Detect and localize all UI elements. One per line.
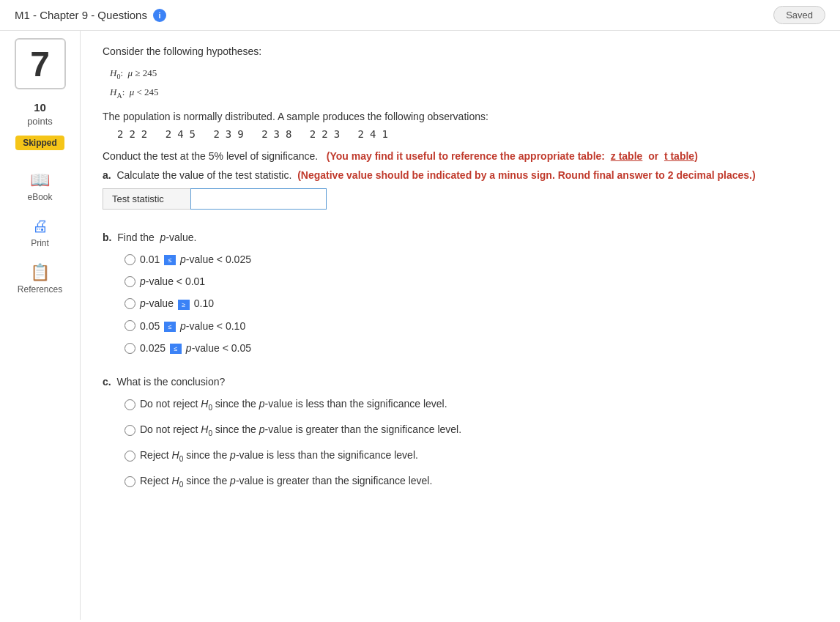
main-layout: 7 10 points Skipped 📖 eBook 🖨 Print 📋 Re… <box>0 31 840 620</box>
radio-item-c2[interactable]: Do not reject H0 since the p-value is gr… <box>124 423 818 437</box>
t-table-link[interactable]: t table <box>664 150 694 162</box>
points-label: 10 points <box>27 100 53 128</box>
ebook-icon: 📖 <box>30 171 50 190</box>
hypothesis-null: H0: μ ≥ 245 <box>110 64 818 84</box>
points-number: 10 <box>34 101 46 114</box>
radio-b1[interactable] <box>124 254 135 265</box>
top-bar: M1 - Chapter 9 - Questions i Saved <box>0 0 840 31</box>
pic-icon-b5: ≤ <box>170 344 182 354</box>
hypothesis-block: H0: μ ≥ 245 HA: μ < 245 <box>110 64 818 102</box>
sidebar: 7 10 points Skipped 📖 eBook 🖨 Print 📋 Re… <box>0 31 81 620</box>
ebook-label: eBook <box>27 192 52 202</box>
radio-item-b4[interactable]: 0.05 ≤ p-value < 0.10 <box>124 320 818 332</box>
top-bar-left: M1 - Chapter 9 - Questions i <box>15 9 166 22</box>
saved-button[interactable]: Saved <box>773 6 825 24</box>
radio-item-c1[interactable]: Do not reject H0 since the p-value is le… <box>124 398 818 412</box>
data-values: 222 245 239 238 223 241 <box>117 128 818 140</box>
section-b: b. Find the p-value. 0.01 ≤ p-value < 0.… <box>103 232 818 354</box>
skipped-badge: Skipped <box>15 136 64 150</box>
conduct-line: Conduct the test at the 5% level of sign… <box>103 150 818 162</box>
instruction-a: a. Calculate the value of the test stati… <box>103 169 818 181</box>
radio-b2[interactable] <box>124 276 135 287</box>
radio-item-b2[interactable]: p-value < 0.01 <box>124 275 818 287</box>
radio-item-b3[interactable]: p-value ≥ 0.10 <box>124 297 818 309</box>
part-c-label: c. What is the conclusion? <box>103 376 818 388</box>
sidebar-item-ebook[interactable]: 📖 eBook <box>7 165 73 208</box>
print-label: Print <box>31 238 49 248</box>
radio-b4[interactable] <box>124 320 135 331</box>
part-a-note: (Negative value should be indicated by a… <box>297 169 755 181</box>
points-text: points <box>27 116 53 127</box>
info-icon[interactable]: i <box>153 9 166 22</box>
population-text: The population is normally distributed. … <box>103 111 818 122</box>
part-a-label: a. <box>103 169 111 181</box>
references-icon: 📋 <box>30 263 50 282</box>
question-number-box: 7 <box>15 38 66 89</box>
radio-group-c: Do not reject H0 since the p-value is le… <box>124 398 818 488</box>
radio-item-c4[interactable]: Reject H0 since the p-value is greater t… <box>124 475 818 489</box>
table-reference-text: (You may find it useful to reference the… <box>324 150 698 162</box>
pic-icon-b3: ≥ <box>178 300 190 310</box>
pic-icon-b1: ≤ <box>164 255 176 265</box>
test-statistic-label: Test statistic <box>103 188 190 210</box>
radio-item-c3[interactable]: Reject H0 since the p-value is less than… <box>124 449 818 463</box>
sidebar-item-references[interactable]: 📋 References <box>7 257 73 300</box>
section-c: c. What is the conclusion? Do not reject… <box>103 376 818 488</box>
sidebar-nav: 📖 eBook 🖨 Print 📋 References <box>0 165 80 300</box>
radio-c4[interactable] <box>124 476 135 487</box>
radio-b5[interactable] <box>124 343 135 354</box>
z-table-link[interactable]: z table <box>611 150 643 162</box>
test-statistic-row: Test statistic <box>103 188 818 210</box>
sidebar-item-print[interactable]: 🖨 Print <box>7 211 73 254</box>
page-title: M1 - Chapter 9 - Questions <box>15 9 147 21</box>
radio-item-b5[interactable]: 0.025 ≤ p-value < 0.05 <box>124 342 818 354</box>
content-area: Consider the following hypotheses: H0: μ… <box>81 31 840 620</box>
radio-item-b1[interactable]: 0.01 ≤ p-value < 0.025 <box>124 253 818 265</box>
radio-c2[interactable] <box>124 425 135 436</box>
radio-c1[interactable] <box>124 399 135 410</box>
pic-icon-b4: ≤ <box>164 322 176 332</box>
radio-b3[interactable] <box>124 298 135 309</box>
hypothesis-alt: HA: μ < 245 <box>110 84 818 103</box>
part-a-text: Calculate the value of the test statisti… <box>116 169 291 181</box>
part-b-label: b. Find the p-value. <box>103 232 818 243</box>
print-icon: 🖨 <box>32 217 48 236</box>
references-label: References <box>18 284 62 295</box>
radio-c3[interactable] <box>124 451 135 462</box>
question-number: 7 <box>30 44 50 84</box>
conduct-text: Conduct the test at the 5% level of sign… <box>103 150 318 162</box>
test-statistic-input[interactable] <box>190 188 327 210</box>
radio-group-b: 0.01 ≤ p-value < 0.025 p-value < 0.01 p-… <box>124 253 818 354</box>
question-intro: Consider the following hypotheses: <box>103 45 818 57</box>
